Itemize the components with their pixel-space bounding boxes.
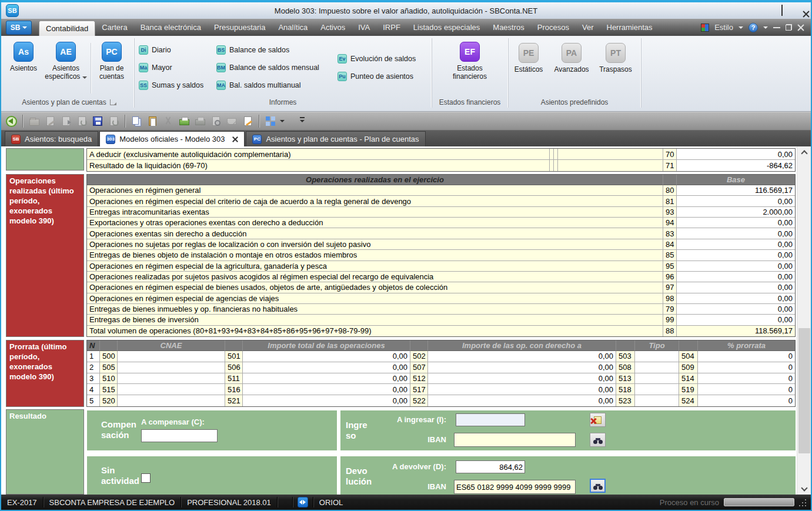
tab-procesos[interactable]: Procesos	[531, 19, 576, 36]
resize-grip[interactable]	[799, 498, 807, 506]
open-folder-button[interactable]	[28, 115, 41, 128]
email-button[interactable]	[225, 115, 238, 128]
prorrata-importe-cell[interactable]: 0,00	[243, 384, 410, 395]
save-button[interactable]	[91, 115, 104, 128]
tab-herramientas[interactable]: Herramientas	[600, 19, 659, 36]
evolucion-button[interactable]: Ev Evolución de saldos	[338, 54, 416, 64]
prorrata-importe-cell[interactable]: 0,00	[243, 351, 410, 362]
prorrata-tipo-cell[interactable]	[635, 351, 679, 362]
mdi-close-icon[interactable]	[797, 24, 804, 31]
scroll-down-button[interactable]	[797, 483, 811, 495]
doc-tab-plan-de-cuentas[interactable]: PC Asientos y plan de cuentas - Plan de …	[246, 131, 425, 146]
doc-tab-asientos-busqueda[interactable]: SB Asientos: busqueda	[5, 131, 98, 146]
balance-de-saldos-button[interactable]: BS Balance de saldos	[216, 45, 289, 55]
fax-button[interactable]	[193, 115, 206, 128]
prorrata-importe-cell[interactable]: 0,00	[243, 373, 410, 385]
tab-banca-electronica[interactable]: Banca electrónica	[134, 19, 208, 36]
doc-tab-modelo-303[interactable]: 303 Modelos oficiales - Modelo 303	[99, 131, 245, 146]
cut-button[interactable]	[162, 115, 175, 128]
asientos-button[interactable]: As Asientos	[1, 42, 46, 72]
ops-value-cell[interactable]: 0,00	[677, 315, 795, 325]
asientos-especificos-button[interactable]: AE Asientos específicos	[44, 42, 88, 81]
tab-close-icon[interactable]	[232, 136, 238, 142]
tab-contabilidad[interactable]: Contabilidad	[39, 21, 95, 36]
back-button[interactable]	[5, 115, 18, 128]
tab-presupuestaria[interactable]: Presupuestaria	[208, 19, 272, 36]
ops-value-cell[interactable]: 0,00	[677, 218, 795, 228]
iban-search-button[interactable]	[590, 479, 606, 493]
print-button[interactable]	[178, 115, 191, 128]
chevron-down-icon[interactable]	[763, 26, 768, 29]
refresh-document-button[interactable]	[107, 115, 120, 128]
ops-value-cell[interactable]: 0,00	[677, 196, 795, 206]
iban-search-button[interactable]	[590, 433, 606, 447]
chevron-down-icon[interactable]	[739, 26, 743, 29]
traspasos-button[interactable]: PT Traspasos	[593, 43, 638, 74]
a-devolver-input[interactable]	[456, 460, 525, 473]
diario-button[interactable]: Di Diario	[139, 45, 171, 55]
balance-multianual-button[interactable]: MA Bal. saldos multianual	[216, 80, 301, 91]
estaticos-button[interactable]: PE Estáticos	[506, 43, 551, 74]
prorrata-tipo-cell[interactable]	[635, 362, 679, 373]
tab-maestros[interactable]: Maestros	[486, 19, 530, 36]
clear-note-button[interactable]	[590, 413, 606, 427]
prorrata-pct-cell[interactable]: 0	[698, 362, 795, 373]
ops-value-cell[interactable]: 2.000,00	[677, 207, 795, 218]
scrollbar-thumb[interactable]	[798, 328, 810, 453]
import-document-button[interactable]	[75, 115, 88, 128]
tab-irpf[interactable]: IRPF	[376, 19, 407, 36]
paste-button[interactable]	[146, 115, 159, 128]
tab-listados-especiales[interactable]: Listados especiales	[407, 19, 486, 36]
prorrata-cnae-cell[interactable]	[118, 373, 225, 385]
app-menu-button[interactable]: SB	[6, 21, 32, 35]
dialog-launcher-icon[interactable]	[110, 99, 116, 105]
tab-activos[interactable]: Activos	[314, 19, 352, 36]
send-document-button[interactable]	[59, 115, 72, 128]
remote-support-icon[interactable]	[298, 497, 308, 507]
prorrata-pct-cell[interactable]: 0	[698, 373, 795, 385]
style-palette-icon[interactable]	[701, 24, 709, 32]
ops-value-cell[interactable]: 0,00	[677, 293, 795, 304]
tab-iva[interactable]: IVA	[352, 19, 376, 36]
prorrata-pct-cell[interactable]: 0	[698, 351, 795, 362]
a-ingresar-input[interactable]	[456, 413, 525, 426]
sin-actividad-checkbox[interactable]	[141, 473, 151, 483]
prorrata-cnae-cell[interactable]	[118, 362, 225, 373]
mdi-restore-icon[interactable]	[786, 24, 792, 31]
prorrata-cnae-cell[interactable]	[118, 384, 225, 395]
ops-value-cell[interactable]: 0,00	[677, 282, 795, 293]
avanzados-button[interactable]: PA Avanzados	[549, 43, 594, 74]
ops-value-cell[interactable]: 0,00	[677, 272, 795, 282]
print-preview-button[interactable]	[209, 115, 222, 128]
prorrata-importe-cell[interactable]: 0,00	[243, 395, 410, 406]
devolucion-iban-input[interactable]	[454, 480, 576, 494]
prorrata-importe-cell[interactable]: 0,00	[428, 351, 616, 362]
edit-document-button[interactable]	[44, 115, 56, 128]
prorrata-importe-cell[interactable]: 0,00	[428, 362, 616, 373]
mayor-button[interactable]: Ma Mayor	[139, 62, 172, 73]
copy-button[interactable]	[130, 115, 143, 128]
tab-analitica[interactable]: Analítica	[272, 19, 314, 36]
prorrata-importe-cell[interactable]: 0,00	[428, 395, 616, 406]
prorrata-tipo-cell[interactable]	[635, 395, 679, 406]
prorrata-tipo-cell[interactable]	[635, 384, 679, 395]
annotate-button[interactable]	[241, 115, 254, 128]
ops-value-cell[interactable]: 0,00	[677, 261, 795, 272]
prorrata-pct-cell[interactable]: 0	[698, 384, 795, 395]
toolbar-options-button[interactable]	[296, 115, 309, 128]
scroll-up-button[interactable]	[797, 146, 811, 158]
window-layout-button[interactable]	[264, 115, 277, 128]
row-value-cell[interactable]: 0,00	[677, 149, 795, 160]
help-icon[interactable]: ?	[748, 23, 758, 32]
style-label[interactable]: Estilo	[714, 23, 733, 32]
ops-value-cell[interactable]: 0,00	[677, 304, 795, 315]
plan-de-cuentas-button[interactable]: PC Plan de cuentas	[89, 42, 134, 81]
prorrata-tipo-cell[interactable]	[635, 373, 679, 385]
vertical-scrollbar[interactable]	[797, 146, 811, 495]
ops-value-cell[interactable]: 0,00	[677, 228, 795, 239]
prorrata-importe-cell[interactable]: 0,00	[428, 384, 616, 395]
punteo-button[interactable]: Pu Punteo de asientos	[338, 71, 413, 82]
maximize-icon[interactable]	[781, 5, 783, 16]
balance-mensual-button[interactable]: BM Balance de saldos mensual	[216, 62, 319, 73]
prorrata-importe-cell[interactable]: 0,00	[243, 362, 410, 373]
